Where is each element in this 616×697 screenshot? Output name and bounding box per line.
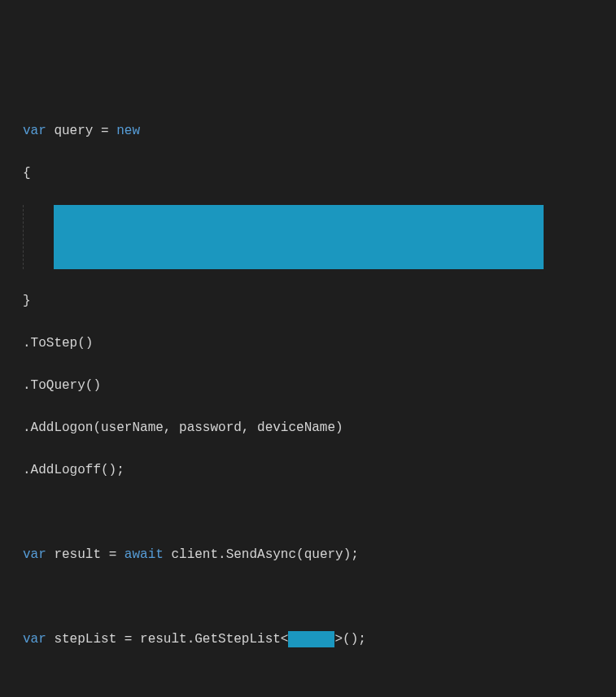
keyword-var: var [23,632,46,647]
code-line: } [23,290,598,311]
blank-line [23,586,598,608]
keyword-var: var [23,124,46,138]
code-line [23,205,598,269]
keyword-await: await [125,547,164,562]
keyword-new: new [116,124,140,138]
code-line: .AddLogon(userName, password, deviceName… [23,417,598,438]
blank-line [23,502,598,523]
code-line: var stepList = result.GetStepList<>(); [23,629,598,650]
redacted-block [54,205,544,269]
code-line: var query = new [23,120,598,142]
keyword-var: var [23,547,46,562]
code-line: .ToQuery() [23,375,598,396]
code-line: .ToStep() [23,333,598,354]
code-editor[interactable]: var query = new { } .ToStep() .ToQuery()… [23,99,598,697]
code-line: .AddLogoff(); [23,460,598,481]
redacted-block [288,631,334,647]
code-line: { [23,163,598,184]
blank-line [23,671,598,692]
code-line: var result = await client.SendAsync(quer… [23,544,598,565]
